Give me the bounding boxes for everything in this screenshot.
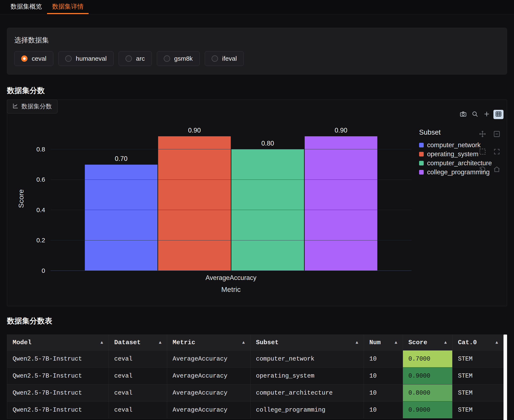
cell-dataset[interactable]: ceval (109, 384, 167, 402)
cell-dataset[interactable]: ceval (109, 368, 167, 384)
y-tick-label: 0.8 (36, 146, 45, 153)
sort-icon[interactable]: ▲ (495, 340, 498, 345)
bar-group-computer_network: 0.70 (85, 127, 157, 271)
plot-area[interactable]: 0.700.900.800.90 00.20.40.60.8 (51, 127, 411, 271)
chart-tab-chip[interactable]: 数据集分数 (7, 99, 58, 113)
bar-computer_network[interactable] (85, 165, 157, 271)
sort-icon[interactable]: ▲ (356, 340, 358, 345)
legend-label: computer_network (427, 141, 481, 149)
sort-icon[interactable]: ▲ (159, 340, 162, 345)
legend-item-computer_architecture[interactable]: computer_architecture (419, 158, 492, 168)
sort-icon[interactable]: ▲ (444, 340, 447, 345)
legend-swatch (419, 170, 424, 174)
cell-metric[interactable]: AverageAccuracy (167, 402, 251, 419)
table-header-row: Model▲ Dataset▲ Metric▲ Subset▲ Num▲ Sco… (7, 335, 504, 351)
cell-metric[interactable]: AverageAccuracy (167, 384, 251, 402)
legend-label: operating_system (427, 150, 478, 158)
cell-score[interactable]: 0.9000 (403, 402, 453, 419)
column-header-score[interactable]: Score▲ (403, 335, 453, 351)
cell-dataset[interactable]: ceval (109, 351, 167, 368)
gridline: 0.2 (51, 240, 411, 240)
cell-num[interactable]: 10 (364, 351, 403, 368)
vertical-scrollbar[interactable] (504, 335, 507, 420)
cell-score[interactable]: 0.8000 (403, 384, 453, 402)
cell-subset[interactable]: college_programming (251, 402, 364, 419)
bar-operating_system[interactable] (158, 136, 231, 271)
cell-subset[interactable]: computer_network (251, 351, 364, 368)
camera-icon (460, 111, 467, 118)
radio-option-arc[interactable]: arc (119, 51, 152, 66)
cell-num[interactable]: 10 (364, 384, 403, 402)
cell-num[interactable]: 10 (364, 402, 403, 419)
bars-group: 0.700.900.800.90 (51, 127, 411, 271)
radio-option-gsm8k[interactable]: gsm8k (157, 51, 200, 66)
radio-option-ceval[interactable]: ceval (14, 51, 53, 66)
sort-icon[interactable]: ▲ (395, 340, 397, 345)
cell-model[interactable]: Qwen2.5-7B-Instruct (7, 384, 109, 402)
radio-option-ifeval[interactable]: ifeval (205, 51, 244, 66)
magnifier-icon (472, 111, 478, 118)
x-axis-title: Metric (221, 285, 241, 293)
bar-value-label: 0.70 (115, 155, 127, 163)
radio-icon (21, 55, 28, 62)
cell-subset[interactable]: operating_system (251, 368, 364, 384)
tabbar: 数据集概览 数据集详情 (0, 0, 514, 14)
cell-model[interactable]: Qwen2.5-7B-Instruct (7, 368, 109, 384)
legend-label: computer_architecture (427, 159, 492, 167)
pan-button[interactable] (482, 110, 492, 119)
cell-score[interactable]: 0.7000 (403, 351, 453, 368)
table-row: Qwen2.5-7B-Instruct ceval AverageAccurac… (7, 351, 504, 368)
cell-score[interactable]: 0.9000 (403, 368, 453, 384)
cell-model[interactable]: Qwen2.5-7B-Instruct (7, 402, 109, 419)
column-header-num[interactable]: Num▲ (364, 335, 403, 351)
bar-value-label: 0.90 (188, 127, 201, 134)
bar-college_programming[interactable] (305, 136, 377, 271)
tab-dataset-overview[interactable]: 数据集概览 (6, 0, 47, 14)
cell-model[interactable]: Qwen2.5-7B-Instruct (7, 351, 109, 368)
cell-subset[interactable]: computer_architecture (251, 384, 364, 402)
radio-icon (164, 55, 170, 62)
plus-icon (483, 111, 490, 118)
radio-label: arc (136, 55, 145, 62)
column-header-dataset[interactable]: Dataset▲ (109, 335, 167, 351)
cell-category[interactable]: STEM (453, 368, 504, 384)
grid-icon (495, 111, 502, 118)
zoom-button[interactable] (470, 110, 480, 119)
legend-item-computer_network[interactable]: computer_network (419, 141, 492, 150)
legend-swatch (419, 161, 424, 165)
legend-item-operating_system[interactable]: operating_system (419, 150, 492, 158)
cell-category[interactable]: STEM (453, 384, 504, 402)
sort-icon[interactable]: ▲ (100, 340, 103, 345)
table-row: Qwen2.5-7B-Instruct ceval AverageAccurac… (7, 402, 504, 419)
radio-label: ifeval (222, 55, 237, 62)
cell-num[interactable]: 10 (364, 368, 403, 384)
zoom-out-icon[interactable] (493, 130, 500, 138)
tab-dataset-detail[interactable]: 数据集详情 (47, 0, 89, 14)
chart-chip-label: 数据集分数 (22, 102, 52, 111)
cell-metric[interactable]: AverageAccuracy (167, 351, 251, 368)
autoscale-icon[interactable] (493, 148, 500, 156)
column-header-subset[interactable]: Subset▲ (251, 335, 364, 351)
cell-metric[interactable]: AverageAccuracy (167, 368, 251, 384)
column-header-cat0[interactable]: Cat.0▲ (453, 335, 504, 351)
legend-swatch (419, 143, 424, 147)
y-tick-label: 0.6 (36, 176, 45, 183)
column-header-metric[interactable]: Metric▲ (167, 335, 251, 351)
grid-view-button[interactable] (493, 110, 504, 119)
cell-dataset[interactable]: ceval (109, 402, 167, 419)
zero-line: 0 (51, 270, 411, 271)
home-icon[interactable] (493, 166, 500, 174)
score-table: Model▲ Dataset▲ Metric▲ Subset▲ Num▲ Sco… (7, 335, 504, 419)
sort-icon[interactable]: ▲ (242, 340, 245, 345)
column-header-model[interactable]: Model▲ (7, 335, 109, 351)
cell-category[interactable]: STEM (453, 351, 504, 368)
radio-option-humaneval[interactable]: humaneval (58, 51, 114, 66)
y-tick-label: 0.2 (36, 237, 45, 244)
line-chart-icon (13, 103, 18, 110)
snapshot-button[interactable] (458, 110, 468, 119)
cell-category[interactable]: STEM (453, 402, 504, 419)
bar-group-college_programming: 0.90 (305, 127, 377, 271)
bar-group-computer_architecture: 0.80 (231, 127, 304, 271)
legend-title: Subset (419, 128, 492, 136)
legend-item-college_programming[interactable]: college_programming (419, 168, 492, 177)
